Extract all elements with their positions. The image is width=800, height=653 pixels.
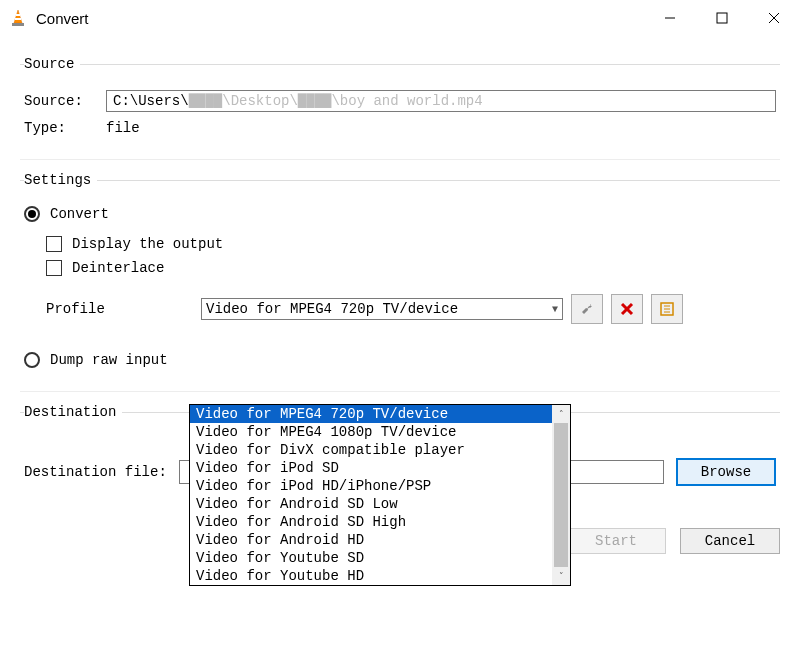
deinterlace-checkbox[interactable] bbox=[46, 260, 62, 276]
title-bar: Convert bbox=[0, 0, 800, 36]
profile-option[interactable]: Video for DivX compatible player bbox=[190, 441, 552, 459]
delete-x-icon bbox=[620, 302, 634, 316]
cancel-button[interactable]: Cancel bbox=[680, 528, 780, 554]
source-legend: Source bbox=[24, 56, 80, 72]
type-value: file bbox=[106, 120, 140, 136]
window-title: Convert bbox=[36, 10, 644, 27]
profile-combobox[interactable]: Video for MPEG4 720p TV/device ▼ bbox=[201, 298, 563, 320]
chevron-down-icon: ▼ bbox=[552, 304, 558, 315]
browse-button[interactable]: Browse bbox=[676, 458, 776, 486]
destination-file-label: Destination file: bbox=[24, 464, 167, 480]
type-label: Type: bbox=[24, 120, 106, 136]
convert-label: Convert bbox=[50, 206, 109, 222]
wrench-icon bbox=[579, 301, 595, 317]
deinterlace-label: Deinterlace bbox=[72, 260, 164, 276]
convert-radio[interactable] bbox=[24, 206, 40, 222]
window-controls bbox=[644, 0, 800, 36]
new-profile-button[interactable] bbox=[651, 294, 683, 324]
dump-raw-radio[interactable] bbox=[24, 352, 40, 368]
source-label: Source: bbox=[24, 93, 106, 109]
profile-dropdown: Video for MPEG4 720p TV/device Video for… bbox=[189, 404, 571, 586]
profile-option[interactable]: Video for Youtube HD bbox=[190, 567, 552, 585]
svg-rect-2 bbox=[15, 18, 21, 20]
display-output-label: Display the output bbox=[72, 236, 223, 252]
dropdown-scrollbar[interactable]: ˄ ˅ bbox=[552, 405, 570, 585]
profile-option[interactable]: Video for iPod HD/iPhone/PSP bbox=[190, 477, 552, 495]
new-profile-icon bbox=[659, 301, 675, 317]
edit-profile-button[interactable] bbox=[571, 294, 603, 324]
profile-option[interactable]: Video for MPEG4 720p TV/device bbox=[190, 405, 552, 423]
minimize-button[interactable] bbox=[644, 0, 696, 36]
destination-legend: Destination bbox=[24, 404, 122, 420]
settings-legend: Settings bbox=[24, 172, 97, 188]
profile-option[interactable]: Video for Android SD Low bbox=[190, 495, 552, 513]
dump-raw-label: Dump raw input bbox=[50, 352, 168, 368]
scroll-down-icon[interactable]: ˅ bbox=[552, 567, 570, 585]
source-input[interactable]: C:\Users\████\Desktop\████\boy and world… bbox=[106, 90, 776, 112]
svg-rect-1 bbox=[16, 14, 20, 16]
profile-option[interactable]: Video for Android HD bbox=[190, 531, 552, 549]
scroll-up-icon[interactable]: ˄ bbox=[552, 405, 570, 423]
scroll-thumb[interactable] bbox=[554, 423, 568, 567]
profile-label: Profile bbox=[46, 301, 201, 317]
profile-option[interactable]: Video for iPod SD bbox=[190, 459, 552, 477]
start-button[interactable]: Start bbox=[566, 528, 666, 554]
source-group: Source Source: C:\Users\████\Desktop\███… bbox=[20, 56, 780, 154]
svg-rect-3 bbox=[12, 23, 24, 26]
delete-profile-button[interactable] bbox=[611, 294, 643, 324]
close-button[interactable] bbox=[748, 0, 800, 36]
svg-rect-5 bbox=[717, 13, 727, 23]
profile-option[interactable]: Video for Android SD High bbox=[190, 513, 552, 531]
maximize-button[interactable] bbox=[696, 0, 748, 36]
display-output-checkbox[interactable] bbox=[46, 236, 62, 252]
profile-dropdown-list: Video for MPEG4 720p TV/device Video for… bbox=[190, 405, 552, 585]
profile-option[interactable]: Video for Youtube SD bbox=[190, 549, 552, 567]
vlc-icon bbox=[8, 8, 28, 28]
profile-option[interactable]: Video for MPEG4 1080p TV/device bbox=[190, 423, 552, 441]
svg-marker-0 bbox=[14, 10, 22, 23]
profile-selected: Video for MPEG4 720p TV/device bbox=[206, 301, 458, 317]
settings-group: Settings Convert Display the output Dein… bbox=[20, 172, 780, 386]
